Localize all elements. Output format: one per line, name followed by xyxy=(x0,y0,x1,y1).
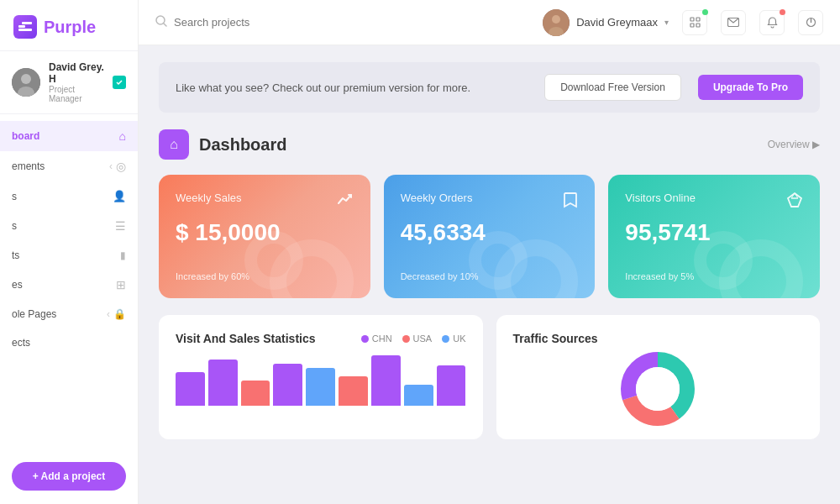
svg-rect-13 xyxy=(690,24,694,27)
nav-label-projects: ects xyxy=(12,337,30,349)
list-icon: ☰ xyxy=(115,219,126,233)
avatar xyxy=(12,68,40,97)
nav-label-pages: ole Pages xyxy=(12,308,56,320)
dashboard-header: ⌂ Dashboard Overview ▶ xyxy=(159,129,820,160)
chevron-down-icon: ▾ xyxy=(664,18,669,27)
dashboard-title-wrap: ⌂ Dashboard xyxy=(159,129,286,160)
nav-label-charts: ts xyxy=(12,249,19,261)
stat-card-orders: Weekly Orders 45,6334 Decreased by 10% xyxy=(384,175,596,298)
main-content: David Greymaax ▾ xyxy=(139,0,840,504)
nav-label-tables: es xyxy=(12,279,23,291)
bell-badge xyxy=(780,9,785,15)
sidebar-nav: board ⌂ ements ‹ ◎ s 👤 s ☰ xyxy=(0,114,138,454)
chevron-left-icon: ‹ xyxy=(109,160,113,172)
dot-uk xyxy=(442,335,449,343)
stat-cards: Weekly Sales $ 15,0000 Increased by 60% xyxy=(159,175,820,298)
power-button[interactable] xyxy=(798,10,823,35)
svg-point-4 xyxy=(21,74,31,84)
sidebar: Purple David Grey. H Project Manager boa… xyxy=(0,0,139,504)
visit-stats-legend: CHN USA UK xyxy=(361,333,466,344)
sidebar-item-projects[interactable]: ects xyxy=(0,328,138,357)
bar-6 xyxy=(339,376,368,406)
bottom-grid: Visit And Sales Statistics CHN USA UK xyxy=(159,315,820,439)
svg-point-25 xyxy=(636,367,680,411)
download-button[interactable]: Download Free Version xyxy=(544,74,681,101)
search-input[interactable] xyxy=(174,16,342,29)
bar-chart xyxy=(176,355,466,406)
chart-trend-icon xyxy=(337,192,354,213)
sidebar-item-charts[interactable]: ts ▮ xyxy=(0,241,138,270)
topbar-right: David Greymaax ▾ xyxy=(543,9,823,36)
contact-icon: 👤 xyxy=(113,190,126,202)
card-change-orders: Decreased by 10% xyxy=(401,271,579,281)
user-badge xyxy=(113,76,126,89)
traffic-sources-title: Traffic Sources xyxy=(513,332,598,345)
legend-usa: USA xyxy=(402,333,433,344)
topbar-user[interactable]: David Greymaax ▾ xyxy=(543,9,669,36)
legend-label-usa: USA xyxy=(413,333,433,344)
mail-button[interactable] xyxy=(721,10,746,35)
svg-rect-2 xyxy=(22,22,32,24)
logo-icon xyxy=(13,15,37,39)
bar-2 xyxy=(208,360,238,406)
dashboard-icon: ⌂ xyxy=(159,129,189,160)
chevron-left-pages-icon: ‹ xyxy=(107,308,110,320)
dot-usa xyxy=(402,335,410,343)
svg-rect-0 xyxy=(18,25,25,28)
card-change-sales: Increased by 60% xyxy=(176,271,354,281)
dashboard-overview[interactable]: Overview ▶ xyxy=(768,139,820,150)
dot-chn xyxy=(361,335,369,343)
sidebar-item-tables[interactable]: es ⊞ xyxy=(0,270,138,300)
sidebar-item-lists[interactable]: s ☰ xyxy=(0,211,138,241)
svg-line-7 xyxy=(164,24,166,26)
upgrade-button[interactable]: Upgrade To Pro xyxy=(698,75,803,100)
table-icon: ⊞ xyxy=(116,278,126,291)
svg-rect-11 xyxy=(690,18,694,21)
lock-icon: 🔒 xyxy=(113,308,126,320)
sidebar-user: David Grey. H Project Manager xyxy=(0,51,138,114)
card-title-sales: Weekly Sales xyxy=(176,192,242,204)
content-area: Like what you see? Check out our premium… xyxy=(139,45,840,504)
bar-5 xyxy=(306,368,335,406)
bar-1 xyxy=(176,372,205,406)
svg-marker-18 xyxy=(788,193,801,207)
search-icon xyxy=(155,15,167,29)
user-role: Project Manager xyxy=(49,85,104,103)
legend-uk: UK xyxy=(442,333,465,344)
search-wrap xyxy=(155,15,529,29)
traffic-sources-card: Traffic Sources xyxy=(496,315,821,439)
stat-card-visitors: Visitors Online 95,5741 Increased by 5% xyxy=(608,175,820,298)
promo-banner: Like what you see? Check out our premium… xyxy=(159,62,820,113)
nav-label-lists: s xyxy=(12,220,17,232)
chart-icon: ▮ xyxy=(120,249,126,261)
svg-point-9 xyxy=(552,15,560,24)
user-info: David Grey. H Project Manager xyxy=(49,61,104,103)
svg-rect-1 xyxy=(18,29,32,31)
add-project-button[interactable]: + Add a project xyxy=(12,462,126,491)
nav-label-dashboard: board xyxy=(12,130,39,142)
sidebar-item-dashboard[interactable]: board ⌂ xyxy=(0,121,138,151)
sidebar-item-elements[interactable]: ements ‹ ◎ xyxy=(0,151,138,181)
sidebar-item-contacts[interactable]: s 👤 xyxy=(0,181,138,211)
app-name: Purple xyxy=(44,18,96,37)
bar-3 xyxy=(241,381,270,406)
expand-button[interactable] xyxy=(682,10,707,35)
nav-label-contacts: s xyxy=(12,191,17,202)
logo-area: Purple xyxy=(0,0,138,51)
legend-label-uk: UK xyxy=(453,333,465,344)
svg-rect-12 xyxy=(696,18,700,21)
bar-7 xyxy=(371,355,401,406)
card-change-visitors: Increased by 5% xyxy=(625,271,803,281)
legend-chn: CHN xyxy=(361,333,392,344)
elements-icon: ◎ xyxy=(116,160,126,173)
bar-9 xyxy=(437,365,466,406)
diamond-icon xyxy=(786,192,803,213)
topbar-username: David Greymaax xyxy=(576,16,658,29)
legend-label-chn: CHN xyxy=(372,333,392,344)
bell-button[interactable] xyxy=(759,10,785,35)
visit-stats-title: Visit And Sales Statistics xyxy=(176,332,316,345)
visit-stats-card: Visit And Sales Statistics CHN USA UK xyxy=(159,315,483,439)
expand-badge xyxy=(702,9,708,15)
sidebar-item-pages[interactable]: ole Pages ‹ 🔒 xyxy=(0,300,138,328)
card-title-orders: Weekly Orders xyxy=(401,192,473,204)
